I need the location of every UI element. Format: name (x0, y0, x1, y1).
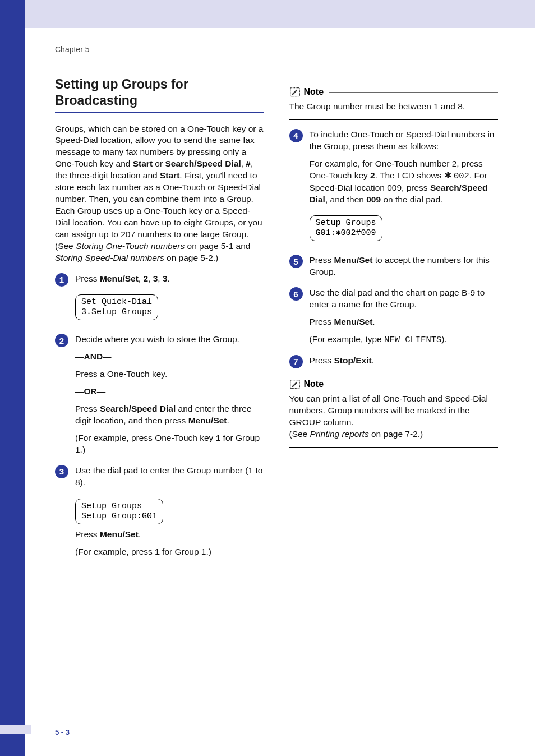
note-header-1: Note (289, 86, 499, 98)
step-number-icon: 3 (55, 465, 68, 478)
note-1-body: The Group number must be between 1 and 8… (289, 101, 499, 113)
step-5-text: Press Menu/Set to accept the numbers for… (310, 255, 499, 278)
step-4-text-1: To include One-Touch or Speed-Dial numbe… (310, 129, 499, 153)
step-2-text-4: (For example, press One-Touch key 1 for … (75, 432, 264, 456)
right-column: Note The Group number must be between 1 … (289, 76, 499, 558)
note-title-1: Note (304, 87, 324, 97)
step-2-and: —AND— (75, 351, 264, 363)
note-rule (329, 384, 498, 384)
intro-see-reference: (See Storing One-Touch numbers on page 5… (55, 241, 264, 264)
lcd-display-3: Setup Groups Setup Group:G01 (75, 499, 163, 524)
step-2-or: —OR— (75, 386, 264, 398)
section-heading: Setting up Groups for Broadcasting (55, 76, 264, 109)
step-number-icon: 2 (55, 334, 68, 347)
lcd-display-1: Set Quick-Dial 3.Setup Groups (75, 294, 158, 320)
step-5: 5 Press Menu/Set to accept the numbers f… (289, 255, 499, 278)
step-7: 7 Press Stop/Exit. (289, 355, 499, 368)
note-pencil-icon (289, 86, 301, 98)
step-2-text-1: Decide where you wish to store the Group… (75, 334, 264, 345)
step-3-text-3: (For example, press 1 for Group 1.) (75, 546, 264, 558)
step-6-text-2: Press Menu/Set. (310, 316, 499, 328)
page-number: 5 - 3 (55, 728, 70, 736)
heading-rule (55, 112, 264, 113)
lcd-display-4: Setup Groups G01:✱002#009 (310, 215, 382, 241)
left-column: Setting up Groups for Broadcasting Group… (55, 76, 264, 558)
step-number-icon: 1 (55, 273, 68, 287)
step-3: 3 Use the dial pad to enter the Group nu… (55, 465, 264, 558)
note-pencil-icon (289, 379, 301, 390)
note-2-body: You can print a list of all One-Touch an… (289, 393, 499, 428)
step-6-text-1: Use the dial pad and the chart on page B… (310, 287, 499, 311)
step-1: 1 Press Menu/Set, 2, 3, 3. Set Quick-Dia… (55, 273, 264, 325)
step-4: 4 To include One-Touch or Speed-Dial num… (289, 129, 499, 246)
step-2-text-3: Press Search/Speed Dial and enter the th… (75, 403, 264, 427)
step-3-text-2: Press Menu/Set. (75, 529, 264, 541)
step-6: 6 Use the dial pad and the chart on page… (289, 287, 499, 346)
note-2-see: (See Printing reports on page 7-2.) (289, 428, 499, 440)
step-1-text: Press Menu/Set, 2, 3, 3. (75, 273, 264, 285)
intro-paragraph: Groups, which can be stored on a One-Tou… (55, 123, 264, 241)
chapter-label: Chapter 5 (55, 45, 498, 54)
step-number-icon: 6 (289, 287, 303, 301)
step-2: 2 Decide where you wish to store the Gro… (55, 334, 264, 455)
step-number-icon: 4 (289, 129, 303, 142)
step-3-text-1: Use the dial pad to enter the Group numb… (75, 465, 264, 488)
left-margin-stripe (0, 0, 25, 756)
header-background (0, 0, 535, 28)
note-bottom-rule (289, 447, 499, 448)
footer-stripe (0, 725, 31, 734)
note-rule (329, 92, 498, 93)
note-bottom-rule (289, 119, 499, 120)
step-number-icon: 7 (289, 355, 303, 368)
note-title-2: Note (304, 379, 324, 389)
note-header-2: Note (289, 379, 499, 390)
step-7-text: Press Stop/Exit. (310, 355, 499, 367)
step-4-text-2: For example, for One-Touch number 2, pre… (310, 158, 499, 206)
step-2-text-2: Press a One-Touch key. (75, 368, 264, 380)
step-number-icon: 5 (289, 255, 303, 268)
step-6-text-3: (For example, type NEW CLIENTS). (310, 334, 499, 346)
